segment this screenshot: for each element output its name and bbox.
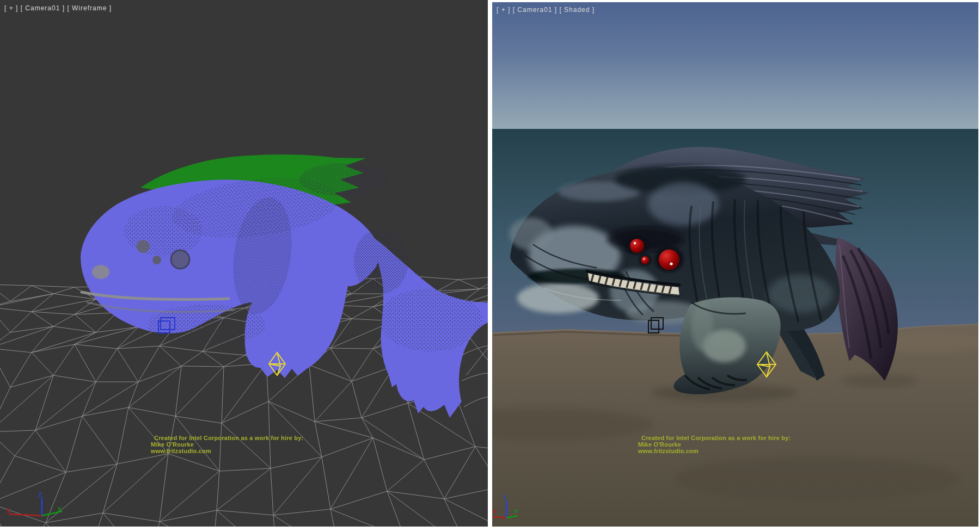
viewport-divider[interactable] (488, 0, 492, 532)
wireframe-scene: Created for Intel Corporation as a work … (0, 0, 488, 527)
sky-backdrop (492, 2, 978, 129)
axis-x-label: x (493, 508, 497, 514)
shaded-scene: Created for Intel Corporation as a work … (492, 2, 978, 527)
credit-line-2: Mike O'Rourke (638, 441, 681, 448)
credit-line-1: Created for Intel Corporation as a work … (641, 435, 791, 441)
viewport-label-shaded[interactable]: [ + ] [ Camera01 ] [ Shaded ] (497, 6, 595, 14)
eye-right (659, 250, 679, 270)
axis-y-label: y (514, 507, 518, 514)
credit-line-1: Created for Intel Corporation as a work … (154, 435, 303, 441)
credit-line-2: Mike O'Rourke (151, 441, 194, 448)
viewport-wireframe[interactable]: Created for Intel Corporation as a work … (0, 0, 488, 527)
viewport-label-wireframe[interactable]: [ + ] [ Camera01 ] [ Wireframe ] (4, 4, 112, 12)
eye-small (641, 256, 650, 264)
credit-line-3: www.fritzstudio.com (638, 448, 699, 454)
dual-viewport-canvas: Created for Intel Corporation as a work … (0, 0, 980, 532)
axis-z-label: z (503, 493, 506, 500)
axis-z-label: Z (38, 491, 42, 498)
credit-text: Created for Intel Corporation as a work … (150, 435, 303, 454)
eye-left (630, 239, 644, 253)
fish-eye-wireframe (171, 250, 189, 269)
axis-y-label: y (58, 505, 62, 511)
viewport-shaded[interactable]: Created for Intel Corporation as a work … (492, 2, 978, 527)
axis-x-label: X (7, 508, 11, 514)
credit-line-3: www.fritzstudio.com (150, 448, 211, 454)
